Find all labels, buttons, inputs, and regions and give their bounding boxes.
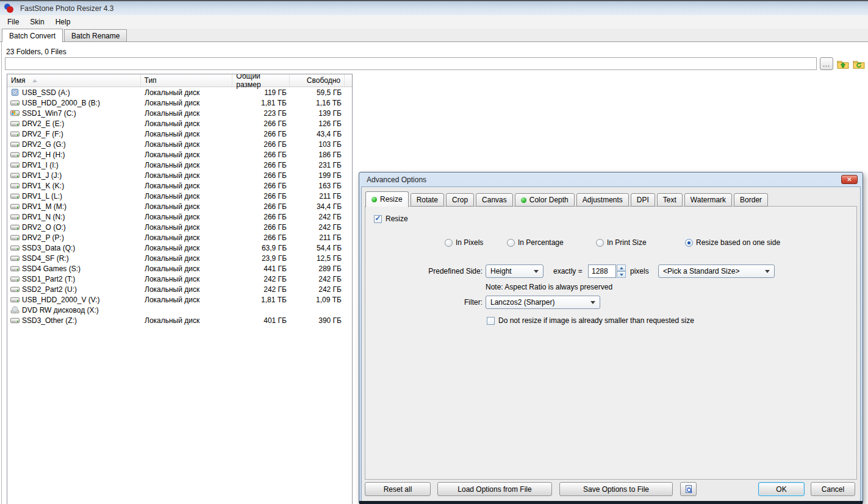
resize-checkbox[interactable]: Resize	[374, 215, 408, 223]
drive-table-row[interactable]: USB_HDD_2000_V (V:) Локальный диск 1,81 …	[7, 294, 352, 305]
app-logo-icon	[4, 3, 15, 13]
usb-ssd-icon	[10, 88, 20, 97]
exact-size-input[interactable]	[588, 264, 616, 278]
menu-bar: FileSkinHelp	[0, 15, 868, 29]
drive-table-row[interactable]: DRV1_L (L:) Локальный диск 266 ГБ 211 ГБ	[7, 191, 352, 201]
local-disk-icon	[10, 202, 20, 211]
drive-table-row[interactable]: DRV2_O (O:) Локальный диск 266 ГБ 242 ГБ	[7, 222, 352, 232]
predefined-side-select[interactable]: Height	[486, 264, 543, 278]
menu-item[interactable]: Help	[50, 16, 76, 28]
local-disk-icon	[10, 222, 20, 232]
resize-mode-radio[interactable]: Resize based on one side	[685, 238, 780, 247]
folder-up-button[interactable]	[836, 57, 850, 70]
ok-button[interactable]: OK	[758, 482, 805, 496]
main-tab[interactable]: Batch Convert	[2, 29, 63, 42]
dialog-tab[interactable]: Resize	[365, 191, 409, 207]
folder-refresh-icon	[853, 59, 865, 69]
stepper-down-button[interactable]	[617, 271, 626, 278]
drive-table-row[interactable]: SSD4 Games (S:) Локальный диск 441 ГБ 28…	[7, 263, 352, 274]
local-disk-icon	[10, 285, 20, 294]
folder-up-icon	[837, 59, 849, 69]
column-header-total-size[interactable]: Общий размер	[232, 74, 290, 87]
dialog-tab[interactable]: Border	[734, 193, 768, 207]
stepper-up-button[interactable]	[617, 264, 626, 271]
radio-icon	[445, 239, 453, 247]
column-header-type[interactable]: Тип	[141, 74, 233, 87]
folder-path-input[interactable]	[5, 57, 817, 70]
down-arrow-icon	[620, 274, 623, 276]
menu-item[interactable]: File	[2, 16, 24, 28]
column-header-free[interactable]: Свободно	[290, 74, 345, 87]
window-left-edge	[1, 42, 2, 504]
resize-mode-radio[interactable]: In Pixels	[445, 238, 483, 247]
drive-table-row[interactable]: SSD1_Part2 (T:) Локальный диск 242 ГБ 24…	[7, 274, 352, 284]
active-options-dot	[371, 197, 377, 202]
dialog-tab[interactable]: Crop	[446, 193, 474, 207]
drive-table-row[interactable]: DRV2_P (P:) Локальный диск 266 ГБ 211 ГБ	[7, 232, 352, 243]
dialog-tab[interactable]: Watermark	[684, 193, 732, 207]
drive-table-body: USB_SSD (A:) Локальный диск 119 ГБ 59,5 …	[7, 87, 352, 325]
drive-table-row[interactable]: DRV2_F (F:) Локальный диск 266 ГБ 43,4 Г…	[7, 129, 352, 139]
refresh-folder-button[interactable]	[852, 57, 866, 70]
drive-table-row[interactable]: SSD4_SF (R:) Локальный диск 23,9 ГБ 12,5…	[7, 253, 352, 263]
drive-table-row[interactable]: DRV1_J (J:) Локальный диск 266 ГБ 199 ГБ	[7, 170, 352, 180]
resize-mode-radio[interactable]: In Percentage	[507, 238, 564, 247]
drive-table-row[interactable]: USB_HDD_2000_B (B:) Локальный диск 1,81 …	[7, 98, 352, 108]
window-titlebar[interactable]: FastStone Photo Resizer 4.3	[0, 0, 868, 15]
checkbox-icon	[374, 215, 382, 223]
advanced-options-dialog: Advanced Options ✕ Resize Rotate Crop Ca…	[359, 172, 863, 503]
dialog-tab[interactable]: DPI	[631, 193, 655, 207]
drive-table-row[interactable]: SSD1_Win7 (C:) Локальный диск 223 ГБ 139…	[7, 108, 352, 118]
main-tabs: Batch ConvertBatch Rename	[0, 29, 868, 42]
drive-table-row[interactable]: DRV1_N (N:) Локальный диск 266 ГБ 242 ГБ	[7, 211, 352, 222]
local-disk-icon	[10, 129, 20, 138]
drive-table-row[interactable]: DRV2_G (G:) Локальный диск 266 ГБ 103 ГБ	[7, 139, 352, 149]
drive-table-row[interactable]: SSD3_Data (Q:) Локальный диск 63,9 ГБ 54…	[7, 243, 352, 253]
dialog-titlebar[interactable]: Advanced Options ✕	[361, 172, 861, 186]
predefined-side-label: Predefined Side:	[365, 267, 482, 275]
local-disk-icon	[10, 212, 20, 221]
drive-table-row[interactable]: DRV1_K (K:) Локальный диск 266 ГБ 163 ГБ	[7, 180, 352, 191]
aspect-ratio-note: Note: Aspect Ratio is always preserved	[486, 283, 612, 291]
drive-table-row[interactable]: DRV1_I (I:) Локальный диск 266 ГБ 231 ГБ	[7, 160, 352, 170]
drive-table-row[interactable]: DRV1_M (M:) Локальный диск 266 ГБ 34,4 Г…	[7, 201, 352, 211]
drive-table-row[interactable]: DVD RW дисковод (X:)	[7, 305, 352, 315]
local-disk-icon	[10, 274, 20, 283]
drive-table-row[interactable]: DRV2_H (H:) Локальный диск 266 ГБ 186 ГБ	[7, 149, 352, 160]
close-button[interactable]: ✕	[841, 175, 858, 184]
local-disk-icon	[10, 191, 20, 201]
size-stepper	[617, 264, 626, 278]
drive-table-row[interactable]: SSD2_Part2 (U:) Локальный диск 242 ГБ 24…	[7, 284, 352, 294]
preview-button[interactable]	[680, 482, 697, 496]
dialog-tab[interactable]: Rotate	[411, 193, 444, 207]
drive-table-row[interactable]: DRV2_E (E:) Локальный диск 266 ГБ 126 ГБ	[7, 118, 352, 129]
column-header-name[interactable]: Имя	[7, 74, 141, 87]
local-disk-icon	[10, 295, 20, 304]
dialog-tab[interactable]: Color Depth	[515, 193, 575, 207]
dialog-tab[interactable]: Text	[657, 193, 683, 207]
radio-icon	[507, 239, 515, 247]
standard-size-select[interactable]: <Pick a Standard Size>	[658, 264, 775, 278]
drive-table-row[interactable]: SSD3_Other (Z:) Локальный диск 401 ГБ 39…	[7, 315, 352, 325]
active-options-dot	[521, 197, 526, 203]
drive-table-row[interactable]: USB_SSD (A:) Локальный диск 119 ГБ 59,5 …	[7, 87, 352, 98]
dialog-tab[interactable]: Adjustments	[576, 193, 629, 207]
local-disk-icon	[10, 264, 20, 273]
resize-mode-radio[interactable]: In Print Size	[596, 238, 647, 247]
dialog-tab[interactable]: Canvas	[476, 193, 513, 207]
reset-all-button[interactable]: Reset all	[365, 482, 431, 496]
local-disk-icon	[10, 171, 20, 180]
load-options-button[interactable]: Load Options from File	[437, 482, 552, 496]
window-title: FastStone Photo Resizer 4.3	[20, 4, 113, 13]
filter-select[interactable]: Lanczos2 (Sharper)	[486, 296, 600, 309]
local-disk-icon	[10, 160, 20, 169]
no-upscale-checkbox[interactable]: Do not resize if image is already smalle…	[487, 316, 694, 325]
browse-button[interactable]: ...	[820, 57, 833, 70]
menu-item[interactable]: Skin	[24, 16, 49, 28]
main-tab[interactable]: Batch Rename	[64, 29, 127, 41]
save-options-button[interactable]: Save Options to File	[559, 482, 673, 496]
drive-table-header: Имя Тип Общий размер Свободно	[7, 74, 352, 87]
folder-file-count: 23 Folders, 0 Files	[6, 48, 66, 56]
cancel-button[interactable]: Cancel	[811, 482, 855, 496]
close-icon: ✕	[847, 177, 852, 183]
